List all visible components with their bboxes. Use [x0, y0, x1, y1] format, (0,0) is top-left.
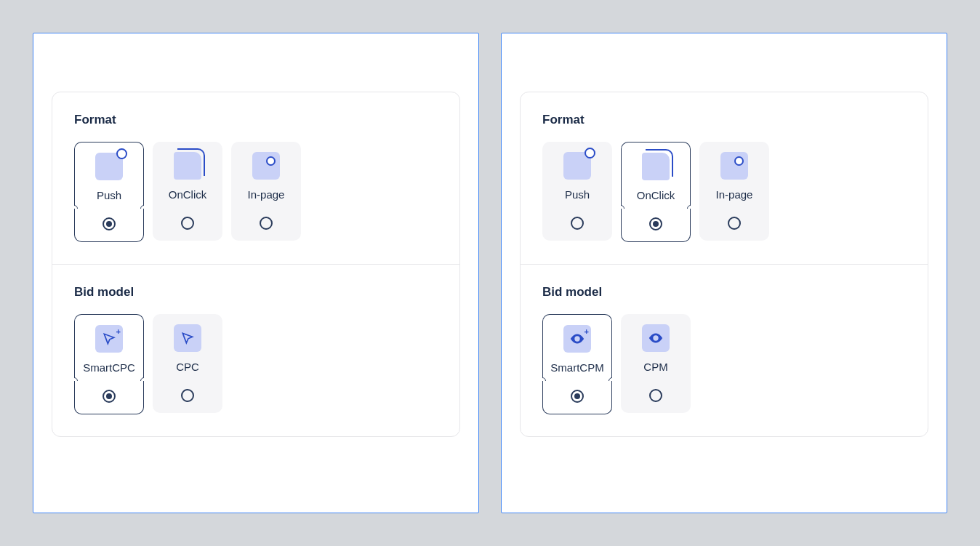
radio-indicator: [260, 217, 273, 230]
eye-icon: [642, 324, 670, 352]
inpage-icon: [720, 152, 748, 180]
eye-plus-icon: +: [563, 325, 591, 353]
settings-card: Format Push OnClick: [52, 92, 460, 437]
radio-indicator: [103, 217, 116, 230]
bid-option-smartcpm[interactable]: + SmartCPM: [542, 314, 612, 414]
radio-indicator: [649, 217, 662, 230]
format-label: In-page: [716, 188, 753, 201]
bid-model-tiles: + SmartCPM CPM: [542, 314, 906, 414]
radio-indicator: [728, 217, 741, 230]
format-section: Format Push OnClick: [52, 92, 459, 264]
radio-indicator: [103, 390, 116, 403]
bid-option-cpm[interactable]: CPM: [621, 314, 691, 414]
radio-indicator: [649, 389, 662, 402]
onclick-icon: [174, 152, 201, 180]
format-label: OnClick: [637, 189, 675, 201]
format-tiles: Push OnClick: [74, 142, 438, 242]
format-label: Push: [97, 189, 121, 201]
push-icon: [563, 152, 591, 180]
onclick-icon: [642, 153, 670, 180]
push-icon: [95, 153, 123, 180]
panel-right: Format Push OnClick: [501, 33, 947, 513]
radio-indicator: [181, 217, 194, 230]
format-option-onclick[interactable]: OnClick: [153, 142, 222, 242]
radio-indicator: [571, 390, 584, 403]
format-option-inpage[interactable]: In-page: [231, 142, 301, 242]
cursor-plus-icon: +: [95, 325, 123, 353]
bid-option-cpc[interactable]: CPC: [153, 314, 222, 414]
svg-point-0: [576, 337, 579, 340]
bid-model-section: Bid model + SmartCPM: [521, 264, 928, 436]
format-section: Format Push OnClick: [521, 92, 928, 264]
bid-label: SmartCPC: [83, 361, 135, 374]
format-option-inpage[interactable]: In-page: [699, 142, 769, 242]
format-label: Push: [565, 188, 590, 201]
svg-point-1: [654, 337, 657, 340]
bid-model-title: Bid model: [542, 285, 906, 300]
format-option-onclick[interactable]: OnClick: [621, 142, 691, 242]
bid-label: CPM: [643, 361, 667, 373]
format-option-push[interactable]: Push: [542, 142, 612, 242]
format-title: Format: [542, 113, 906, 127]
bid-model-title: Bid model: [74, 285, 438, 300]
inpage-icon: [252, 152, 280, 180]
radio-indicator: [571, 217, 584, 230]
bid-model-tiles: + SmartCPC CPC: [74, 314, 438, 414]
radio-indicator: [181, 389, 194, 402]
settings-card: Format Push OnClick: [520, 92, 928, 437]
panel-left: Format Push OnClick: [33, 33, 479, 513]
format-tiles: Push OnClick: [542, 142, 906, 242]
cursor-icon: [174, 324, 201, 352]
bid-option-smartcpc[interactable]: + SmartCPC: [74, 314, 144, 414]
bid-label: CPC: [176, 361, 199, 373]
bid-model-section: Bid model + SmartCPC: [52, 264, 459, 436]
format-label: OnClick: [169, 188, 207, 201]
bid-label: SmartCPM: [550, 361, 603, 374]
format-option-push[interactable]: Push: [74, 142, 144, 242]
format-title: Format: [74, 113, 438, 127]
format-label: In-page: [248, 188, 285, 201]
